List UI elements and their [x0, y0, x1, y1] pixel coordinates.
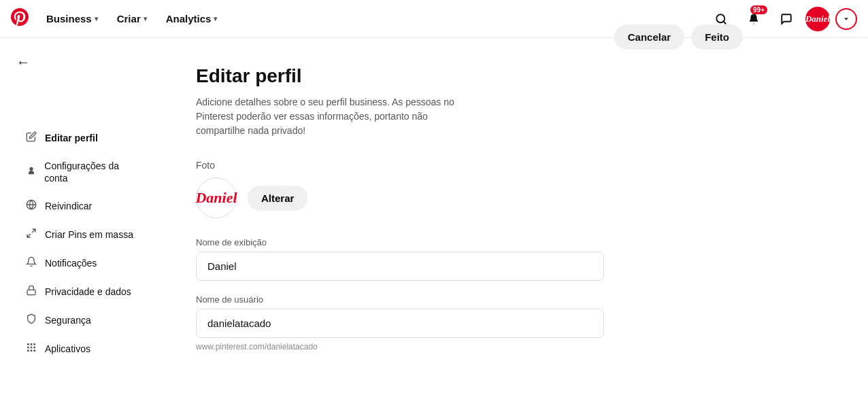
criar-pins-icon [24, 228, 38, 241]
sidebar-item-label-reivindicar: Reivindicar [45, 200, 92, 212]
sidebar-item-configuracoes[interactable]: Configurações da conta [16, 153, 150, 191]
change-photo-button[interactable]: Alterar [248, 186, 307, 211]
account-dropdown-button[interactable] [835, 8, 857, 30]
sidebar-item-aplicativos[interactable]: Aplicativos [16, 335, 150, 362]
svg-point-2 [29, 167, 33, 171]
user-avatar[interactable]: Daniel [805, 7, 830, 31]
back-area: ← [0, 38, 163, 70]
cancel-button[interactable]: Cancelar [614, 24, 684, 50]
analytics-menu[interactable]: Analytics ▾ [159, 9, 224, 29]
notificacoes-icon [24, 256, 38, 270]
svg-rect-12 [27, 350, 29, 352]
pinterest-logo[interactable] [11, 8, 29, 30]
username-label: Nome de usuário [196, 294, 743, 305]
criar-chevron: ▾ [144, 15, 147, 22]
criar-menu[interactable]: Criar ▾ [110, 9, 154, 29]
sidebar-item-label-aplicativos: Aplicativos [45, 343, 90, 355]
sidebar-item-reivindicar[interactable]: Reivindicar [16, 192, 150, 220]
sidebar-item-privacidade[interactable]: Privacidade e dados [16, 278, 150, 305]
editar-perfil-icon [24, 131, 38, 145]
sidebar-item-seguranca[interactable]: Segurança [16, 307, 150, 334]
privacidade-icon [24, 285, 38, 298]
svg-rect-5 [27, 290, 35, 295]
svg-line-1 [723, 21, 725, 23]
username-hint: www.pinterest.com/danielatacado [196, 342, 743, 352]
sidebar-item-label-criar-pins: Criar Pins em massa [45, 228, 133, 241]
sidebar-item-label-configuracoes: Configurações da conta [44, 160, 141, 184]
business-chevron: ▾ [95, 15, 98, 22]
business-menu[interactable]: Business ▾ [39, 9, 105, 29]
svg-rect-14 [33, 350, 35, 352]
aplicativos-icon [24, 342, 38, 356]
edit-profile-form: Cancelar Feito Editar perfil Adicione de… [163, 38, 775, 393]
display-name-field-group: Nome de exibição [196, 237, 743, 281]
sidebar-item-label-editar-perfil: Editar perfil [45, 132, 98, 144]
sidebar-item-notificacoes[interactable]: Notificações [16, 250, 150, 277]
sidebar-item-label-seguranca: Segurança [45, 314, 91, 326]
form-description: Adicione detalhes sobre o seu perfil bus… [196, 95, 454, 138]
messages-button[interactable] [773, 5, 800, 33]
svg-rect-9 [27, 347, 29, 349]
username-input[interactable] [196, 309, 604, 338]
photo-label: Foto [196, 160, 743, 171]
page-title: Editar perfil [196, 65, 743, 87]
photo-area: Daniel Alterar [196, 177, 743, 218]
profile-avatar: Daniel [196, 177, 237, 218]
criar-label: Criar [117, 13, 141, 24]
business-label: Business [46, 13, 92, 24]
sidebar-item-label-notificacoes: Notificações [45, 257, 97, 269]
analytics-label: Analytics [166, 13, 212, 24]
svg-rect-13 [31, 350, 33, 352]
username-field-group: Nome de usuário www.pinterest.com/daniel… [196, 294, 743, 352]
svg-rect-7 [31, 343, 33, 345]
page-content: ← Editar perfilConfigurações da contaRei… [0, 38, 868, 393]
analytics-chevron: ▾ [214, 15, 217, 22]
seguranca-icon [24, 313, 38, 327]
back-button[interactable]: ← [16, 54, 30, 70]
search-button[interactable] [707, 5, 735, 33]
display-name-input[interactable] [196, 252, 604, 281]
svg-rect-11 [33, 347, 35, 349]
notification-badge: 99+ [750, 5, 767, 14]
reivindicar-icon [24, 199, 38, 213]
svg-rect-8 [33, 343, 35, 345]
photo-section: Foto Daniel Alterar [196, 160, 743, 218]
sidebar-item-label-privacidade: Privacidade e dados [45, 286, 131, 298]
notifications-button[interactable]: 99+ [740, 5, 767, 33]
svg-rect-10 [31, 347, 33, 349]
configuracoes-icon [24, 165, 37, 179]
sidebar-item-editar-perfil[interactable]: Editar perfil [16, 124, 150, 152]
sidebar-item-criar-pins[interactable]: Criar Pins em massa [16, 221, 150, 248]
sidebar: Editar perfilConfigurações da contaReivi… [0, 70, 150, 380]
display-name-label: Nome de exibição [196, 237, 743, 247]
svg-rect-6 [27, 343, 29, 345]
